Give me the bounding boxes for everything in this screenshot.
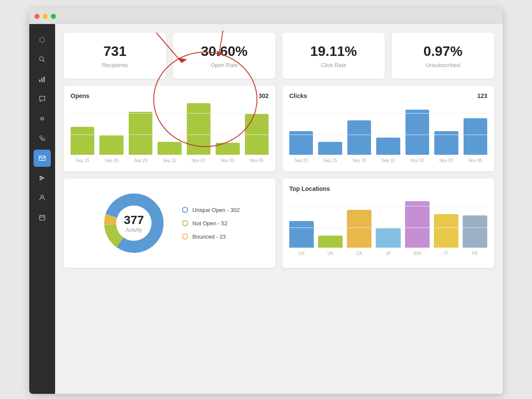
main-content: 731 Recipients 30.60% Open Rate 19.11% C… bbox=[55, 24, 503, 394]
bar bbox=[187, 103, 210, 155]
bar-group: Nov 03 bbox=[434, 131, 458, 163]
bar-label: Sep 31 bbox=[381, 158, 395, 163]
legend-item-not-open: Not Open - 52 bbox=[182, 220, 240, 227]
svg-point-7 bbox=[41, 195, 43, 198]
bar-group: Sep 25 bbox=[71, 127, 94, 163]
donut-number: 377 bbox=[124, 213, 144, 227]
stat-label-click-rate: Click Rate bbox=[289, 62, 378, 68]
locations-card: Top Locations USUKCAJPIDNITFR bbox=[282, 178, 494, 268]
charts-row: Opens 302 Sep 25Sep 25Sep 29Sep 31Nov 02… bbox=[64, 86, 494, 172]
sidebar-icon-search[interactable] bbox=[34, 51, 51, 68]
sidebar-icon-network[interactable]: ⬡ bbox=[34, 31, 51, 48]
legend-dot-green bbox=[182, 220, 188, 226]
sidebar-icon-phone[interactable] bbox=[34, 130, 51, 147]
clicks-bar-chart: Sep 25Sep 25Sep 29Sep 31Nov 02Nov 03Nov … bbox=[289, 104, 487, 165]
sidebar-icon-calendar[interactable] bbox=[34, 209, 51, 226]
legend-label-bounced: Bounced - 23 bbox=[192, 233, 226, 240]
sidebar-icon-chart[interactable] bbox=[34, 71, 51, 88]
bar bbox=[71, 127, 94, 155]
close-button[interactable] bbox=[34, 14, 40, 19]
bar bbox=[347, 210, 371, 248]
maximize-button[interactable] bbox=[51, 14, 56, 19]
stat-value-open-rate: 30.60% bbox=[180, 43, 269, 59]
stat-value-recipients: 731 bbox=[71, 43, 159, 59]
bar-label: CA bbox=[356, 251, 362, 256]
bar-group: Sep 31 bbox=[376, 138, 400, 163]
stat-label-unsubscribed: Unsubscribed bbox=[399, 62, 487, 68]
bar-label: UK bbox=[328, 251, 334, 256]
bar-group: Nov 02 bbox=[405, 110, 429, 163]
opens-chart-count: 302 bbox=[259, 92, 269, 99]
locations-bar-chart: USUKCAJPIDNITFR bbox=[289, 197, 487, 258]
bar-label: FR bbox=[472, 251, 478, 256]
bar bbox=[405, 201, 430, 248]
bar-group: Sep 25 bbox=[289, 131, 313, 163]
bar-label: Nov 02 bbox=[411, 158, 424, 163]
opens-chart-card: Opens 302 Sep 25Sep 25Sep 29Sep 31Nov 02… bbox=[64, 86, 275, 172]
bar bbox=[376, 138, 400, 155]
bar-label: US bbox=[299, 251, 305, 256]
clicks-chart-header: Clicks 123 bbox=[289, 92, 487, 99]
sidebar-icon-at[interactable] bbox=[34, 110, 51, 127]
bar-label: Nov 03 bbox=[221, 158, 235, 163]
opens-chart-header: Opens 302 bbox=[71, 92, 269, 99]
opens-chart-title: Opens bbox=[71, 92, 90, 99]
clicks-chart-card: Clicks 123 Sep 25Sep 25Sep 29Sep 31Nov 0… bbox=[282, 86, 494, 172]
sidebar-icon-person[interactable] bbox=[34, 189, 51, 206]
stat-card-recipients: 731 Recipients bbox=[64, 33, 166, 79]
bar-group: Sep 25 bbox=[318, 142, 342, 163]
bar-label: JP bbox=[386, 251, 391, 256]
svg-rect-3 bbox=[41, 78, 43, 82]
legend-label-not-open: Not Open - 52 bbox=[192, 220, 228, 227]
bar-group: Sep 29 bbox=[129, 112, 152, 163]
bar bbox=[318, 142, 342, 155]
legend-item-bounced: Bounced - 23 bbox=[182, 233, 240, 240]
legend-item-unique-open: Unique Open - 302 bbox=[182, 207, 240, 213]
bar-label: Nov 02 bbox=[192, 158, 206, 163]
clicks-chart-title: Clicks bbox=[289, 92, 307, 99]
minimize-button[interactable] bbox=[43, 14, 48, 19]
bar-group: CA bbox=[347, 210, 371, 256]
bar-group: Nov 05 bbox=[464, 118, 487, 163]
bar bbox=[347, 120, 371, 155]
bar-group: FR bbox=[463, 215, 487, 256]
legend-dot-blue bbox=[182, 207, 188, 213]
donut-legend: Unique Open - 302 Not Open - 52 Bounced … bbox=[182, 207, 240, 240]
svg-point-0 bbox=[40, 57, 43, 61]
stat-value-unsubscribed: 0.97% bbox=[399, 43, 487, 59]
bar-group: IDN bbox=[405, 201, 430, 256]
bottom-row: 377 Activity Unique Open - 302 N bbox=[64, 178, 494, 268]
svg-rect-2 bbox=[39, 80, 40, 82]
bar-group: US bbox=[289, 221, 314, 256]
bar bbox=[405, 110, 429, 155]
bar-label: Sep 29 bbox=[353, 158, 366, 163]
browser-titlebar bbox=[29, 9, 503, 24]
bar bbox=[318, 236, 343, 248]
bar-group: Nov 03 bbox=[216, 143, 239, 163]
bar-label: Sep 25 bbox=[76, 158, 90, 163]
stats-row: 731 Recipients 30.60% Open Rate 19.11% C… bbox=[64, 33, 494, 79]
stat-card-open-rate: 30.60% Open Rate bbox=[173, 33, 275, 79]
bar bbox=[463, 215, 487, 248]
donut-card: 377 Activity Unique Open - 302 N bbox=[64, 178, 275, 268]
bar-label: Nov 05 bbox=[250, 158, 263, 163]
sidebar-icon-send[interactable] bbox=[34, 169, 51, 187]
legend-dot-orange bbox=[182, 233, 188, 239]
svg-rect-6 bbox=[39, 156, 45, 160]
bar-group: Nov 05 bbox=[245, 114, 269, 163]
sidebar-icon-email[interactable] bbox=[34, 150, 51, 167]
stat-label-open-rate: Open Rate bbox=[180, 62, 269, 68]
bar-label: Nov 05 bbox=[468, 158, 482, 163]
bar-label: IT bbox=[444, 251, 448, 256]
bar-label: Sep 29 bbox=[134, 158, 148, 163]
bar-label: Sep 31 bbox=[163, 158, 176, 163]
bar-group: UK bbox=[318, 236, 343, 256]
bar-label: Nov 03 bbox=[439, 158, 453, 163]
donut-chart: 377 Activity bbox=[99, 189, 168, 258]
app-body: ⬡ bbox=[29, 24, 503, 394]
bar-label: IDN bbox=[414, 251, 421, 256]
stat-label-recipients: Recipients bbox=[71, 62, 159, 68]
bar bbox=[245, 114, 269, 155]
locations-title: Top Locations bbox=[289, 185, 487, 192]
sidebar-icon-chat[interactable] bbox=[34, 90, 51, 107]
